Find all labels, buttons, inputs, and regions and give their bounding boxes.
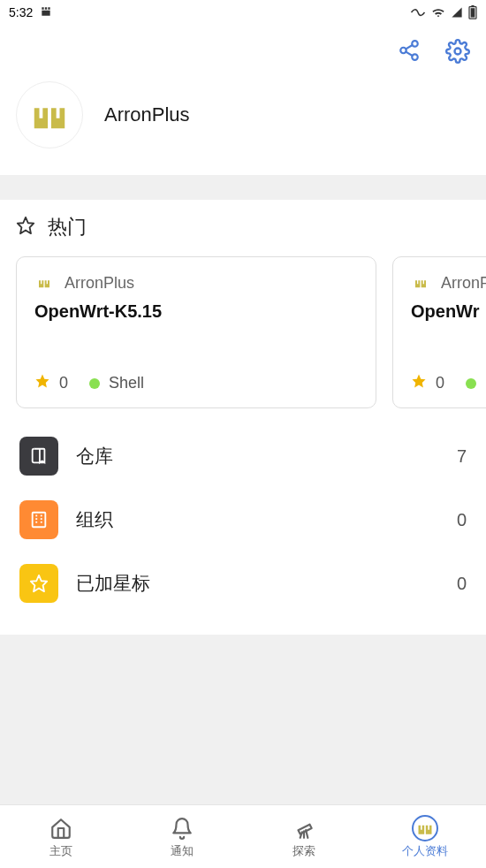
svg-rect-1 <box>471 5 474 7</box>
profile-avatar-icon <box>412 815 438 841</box>
menu-item-orgs[interactable]: 组织 0 <box>0 488 486 552</box>
wifi-icon <box>431 6 445 19</box>
home-icon <box>48 815 74 841</box>
menu-count: 0 <box>457 510 467 530</box>
repo-owner-name: ArronPlus <box>441 274 486 293</box>
repo-card[interactable]: ArronPlus OpenWr 0 <box>392 256 486 408</box>
svg-marker-19 <box>31 575 47 591</box>
svg-point-8 <box>455 49 461 55</box>
nav-explore[interactable]: 探索 <box>243 805 365 868</box>
repo-name: OpenWr <box>411 301 486 322</box>
svg-rect-12 <box>33 513 46 528</box>
battery-icon <box>468 5 477 19</box>
menu-label: 仓库 <box>76 444 439 468</box>
repo-name: OpenWrt-K5.15 <box>34 301 358 322</box>
repo-owner-avatar-icon <box>34 273 54 293</box>
share-icon[interactable] <box>398 39 421 64</box>
org-icon <box>19 500 58 539</box>
menu-label: 组织 <box>76 507 439 532</box>
repo-owner-avatar-icon <box>411 273 430 293</box>
nav-notify[interactable]: 通知 <box>122 805 244 868</box>
menu-item-repos[interactable]: 仓库 7 <box>0 424 486 488</box>
svg-marker-9 <box>18 217 34 233</box>
menu-count: 0 <box>457 574 467 594</box>
nav-label: 通知 <box>171 843 194 859</box>
status-app-icon <box>40 5 52 20</box>
status-bar: 5:32 <box>0 0 486 25</box>
repo-star-count: 0 <box>59 374 68 392</box>
nav-label: 主页 <box>49 843 72 859</box>
gear-icon[interactable] <box>445 39 470 64</box>
menu-count: 7 <box>457 446 467 467</box>
popular-cards[interactable]: ArronPlus OpenWrt-K5.15 0 Shell ArronPlu… <box>0 256 486 408</box>
avatar[interactable] <box>16 81 83 148</box>
nav-label: 个人资料 <box>402 843 448 859</box>
star-outline-icon <box>16 216 35 239</box>
svg-line-7 <box>406 52 412 56</box>
bell-icon <box>169 815 195 841</box>
bottom-nav: 主页 通知 探索 个人资料 <box>0 804 486 868</box>
profile-header: ArronPlus <box>0 25 486 175</box>
star-icon <box>34 373 50 393</box>
lang-dot-icon <box>466 378 476 389</box>
svg-marker-10 <box>36 375 49 388</box>
svg-marker-11 <box>413 375 426 388</box>
repo-card[interactable]: ArronPlus OpenWrt-K5.15 0 Shell <box>16 256 376 408</box>
status-time: 5:32 <box>9 5 33 19</box>
repo-owner-name: ArronPlus <box>65 274 134 293</box>
menu-item-starred[interactable]: 已加星标 0 <box>0 552 486 615</box>
repo-icon <box>19 437 58 476</box>
profile-menu: 仓库 7 组织 0 已加星标 0 <box>0 424 486 615</box>
telescope-icon <box>291 815 317 841</box>
nav-profile[interactable]: 个人资料 <box>365 805 487 868</box>
lang-dot-icon <box>89 378 100 389</box>
repo-language: Shell <box>109 374 144 392</box>
profile-username: ArronPlus <box>104 103 190 126</box>
svg-line-6 <box>406 45 412 49</box>
nav-home[interactable]: 主页 <box>0 805 122 868</box>
repo-star-count: 0 <box>436 374 444 392</box>
popular-section: 热门 ArronPlus OpenWrt-K5.15 0 Shell <box>0 200 486 635</box>
vpn-icon <box>410 7 426 18</box>
signal-icon <box>451 6 463 19</box>
popular-title: 热门 <box>48 214 87 240</box>
star-icon <box>411 373 427 393</box>
nav-label: 探索 <box>292 843 315 859</box>
star-icon <box>19 564 58 603</box>
menu-label: 已加星标 <box>76 571 439 596</box>
svg-rect-2 <box>471 8 475 17</box>
